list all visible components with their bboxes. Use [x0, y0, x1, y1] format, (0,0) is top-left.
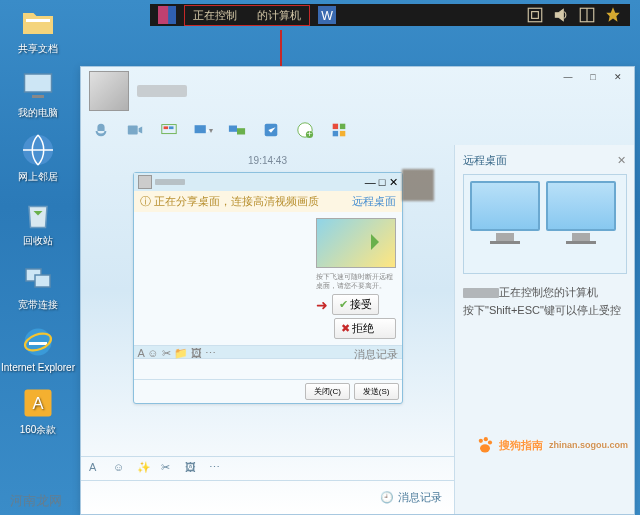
nested-close-icon: ✕: [389, 176, 398, 189]
nested-format-bar: A ☺ ✂ 📁 🖼 ⋯ 消息记录: [134, 345, 402, 359]
desktop-icons: 共享文档 我的电脑 网上邻居 回收站 宽带连接 Internet Explore…: [8, 4, 68, 449]
fullscreen-icon[interactable]: [526, 6, 544, 24]
chat-header: — □ ✕: [81, 67, 634, 115]
nested-max-icon: □: [379, 176, 386, 188]
remote-preview[interactable]: [463, 174, 627, 274]
nested-close-button[interactable]: 关闭(C): [305, 383, 350, 400]
more-icon[interactable]: ⋯: [209, 461, 225, 477]
svg-rect-29: [340, 124, 345, 129]
contact-name-blurred: [137, 85, 187, 97]
icon-label: 160余款: [20, 423, 57, 437]
voice-call-icon[interactable]: [91, 120, 111, 140]
svg-point-32: [479, 439, 483, 443]
pin-icon[interactable]: [604, 6, 622, 24]
remote-desktop-icon[interactable]: ▾: [193, 120, 213, 140]
paw-icon: [475, 435, 495, 455]
app-icon[interactable]: [261, 120, 281, 140]
chat-input-toolbar: A ☺ ✨ ✂ 🖼 ⋯: [81, 456, 454, 480]
watermark-main: 搜狗指南: [499, 438, 543, 453]
remote-name-blurred: [463, 288, 499, 298]
add-icon[interactable]: +: [295, 120, 315, 140]
remote-thumb: [316, 218, 396, 268]
icon-label: 我的电脑: [18, 106, 58, 120]
svg-text:+: +: [307, 128, 313, 139]
close-button[interactable]: ✕: [606, 69, 630, 85]
font-icon[interactable]: A: [89, 461, 105, 477]
accept-button[interactable]: ✔接受: [332, 294, 379, 315]
apps-icon: A: [20, 385, 56, 421]
desktop-icon-network[interactable]: 网上邻居: [8, 132, 68, 184]
svg-rect-30: [333, 131, 338, 136]
desktop-icon-recycle[interactable]: 回收站: [8, 196, 68, 248]
video-call-icon[interactable]: [125, 120, 145, 140]
grid-icon[interactable]: [329, 120, 349, 140]
svg-rect-20: [169, 126, 174, 129]
message-timestamp: 19:14:43: [101, 155, 434, 166]
svg-point-33: [484, 437, 488, 441]
svg-rect-10: [168, 6, 176, 24]
svg-rect-4: [35, 275, 50, 287]
panel-close-icon[interactable]: ✕: [617, 154, 626, 167]
accept-label: 接受: [350, 297, 372, 312]
network-icon: [20, 132, 56, 168]
svg-rect-17: [128, 126, 138, 135]
chat-bottom-bar: 🕘 消息记录: [81, 480, 454, 514]
svg-point-35: [480, 444, 490, 452]
image-icon[interactable]: 🖼: [185, 461, 201, 477]
icon-label: 网上邻居: [18, 170, 58, 184]
svg-rect-22: [229, 126, 237, 132]
screen-share-icon[interactable]: [159, 120, 179, 140]
status-suffix: 正在控制您的计算机: [499, 286, 598, 298]
svg-rect-31: [340, 131, 345, 136]
svg-rect-1: [32, 95, 44, 98]
desktop-icon-broadband[interactable]: 宽带连接: [8, 260, 68, 312]
maximize-button[interactable]: □: [581, 69, 605, 85]
computer-label: 的计算机: [257, 8, 301, 23]
panel-status-text: 正在控制您的计算机 按下"Shift+ESC"键可以停止受控: [463, 284, 626, 319]
emoji-icon[interactable]: ☺: [113, 461, 129, 477]
volume-icon[interactable]: [552, 6, 570, 24]
nested-send-button[interactable]: 发送(S): [354, 383, 399, 400]
nested-header: — □ ✕: [134, 173, 402, 191]
nested-tip-bar: ⓘ 正在分享桌面，连接高清视频画质 远程桌面: [134, 191, 402, 212]
panel-title: 远程桌面: [463, 153, 507, 168]
svg-point-34: [488, 440, 492, 444]
history-button[interactable]: 🕘 消息记录: [380, 490, 442, 505]
panel-hint: 按下"Shift+ESC"键可以停止受控: [463, 304, 621, 316]
desktop-icon-my-computer[interactable]: 我的电脑: [8, 68, 68, 120]
multi-screen-icon[interactable]: [227, 120, 247, 140]
svg-rect-14: [532, 12, 539, 19]
screenshot-icon[interactable]: ✂: [161, 461, 177, 477]
layout-icon[interactable]: [578, 6, 596, 24]
reject-button[interactable]: ✖拒绝: [334, 318, 396, 339]
panel-title-row: 远程桌面 ✕: [463, 153, 626, 168]
watermark-sub: zhinan.sogou.com: [549, 440, 628, 450]
window-controls: — □ ✕: [556, 69, 630, 85]
watermark-bottom: 河南龙网: [10, 492, 62, 510]
nested-name-blurred: [155, 179, 185, 185]
gif-icon[interactable]: ✨: [137, 461, 153, 477]
nested-avatar: [138, 175, 152, 189]
desktop-icon-apps[interactable]: A 160余款: [8, 385, 68, 437]
minimize-button[interactable]: —: [556, 69, 580, 85]
desktop-icon-ie[interactable]: Internet Explorer: [8, 324, 68, 373]
broadband-icon: [20, 260, 56, 296]
nested-min-icon: —: [365, 176, 376, 188]
controlling-label: 正在控制: [193, 8, 237, 23]
folder-icon: [20, 4, 56, 40]
nested-left-pane: [140, 218, 310, 339]
nested-right-link[interactable]: 远程桌面: [352, 194, 396, 209]
contact-avatar[interactable]: [89, 71, 129, 111]
clock-icon: 🕘: [380, 491, 394, 504]
desktop-icon-shared-docs[interactable]: 共享文档: [8, 4, 68, 56]
nested-history[interactable]: 消息记录: [354, 347, 398, 357]
nested-body: 按下飞速可随时断开远程桌面，请您不要离开。 ➜ ✔接受 ✖拒绝: [134, 212, 402, 345]
chat-message-area: 19:14:43 — □ ✕ ⓘ 正在分享桌面，连接高清视频画质 远程桌面: [81, 145, 454, 514]
reject-label: 拒绝: [352, 321, 374, 336]
ie-icon: [20, 324, 56, 360]
history-label: 消息记录: [398, 490, 442, 505]
svg-text:W: W: [321, 9, 333, 23]
nested-chat-card: — □ ✕ ⓘ 正在分享桌面，连接高清视频画质 远程桌面 按下飞速可随时断开远程…: [133, 172, 403, 404]
sender-avatar-blurred: [402, 169, 434, 201]
word-icon[interactable]: W: [318, 6, 336, 24]
